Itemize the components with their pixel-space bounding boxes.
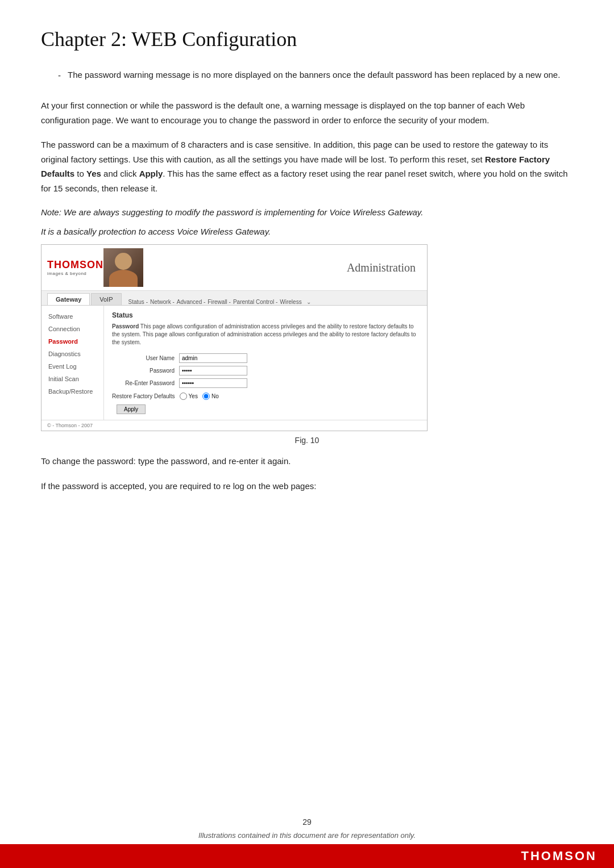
admin-sidebar: Software Connection Password Diagnostics… xyxy=(42,306,104,420)
header-logo-area: THOMSON images & beyond xyxy=(47,248,143,287)
username-row: User Name xyxy=(112,353,419,363)
bullet-dash: - xyxy=(58,69,61,82)
restore-row: Restore Factory Defaults Yes No xyxy=(112,393,419,400)
chapter-number: Chapter 2: xyxy=(41,28,127,51)
admin-ui-figure: THOMSON images & beyond Administration G… xyxy=(41,244,428,431)
bottom-bar: THOMSON xyxy=(0,844,614,868)
submenu-wireless: Wireless xyxy=(280,299,301,305)
submenu-status: Status - xyxy=(128,299,148,305)
paragraph-3: To change the password: type the passwor… xyxy=(41,454,573,469)
paragraph-1: At your first connection or while the pa… xyxy=(41,98,573,127)
admin-footer: © - Thomson - 2007 xyxy=(42,420,427,431)
admin-main: Status Password This page allows configu… xyxy=(104,306,427,420)
password-description: Password This page allows configuration … xyxy=(112,323,419,347)
page-footer: 29 Illustrations contained in this docum… xyxy=(0,812,614,868)
para2-prefix: The password can be a maximum of 8 chara… xyxy=(41,140,548,164)
chapter-title: Chapter 2: WEB Configuration xyxy=(41,27,573,51)
portrait-image xyxy=(103,248,143,287)
submenu-network: Network - xyxy=(150,299,175,305)
para2-bold3: Apply xyxy=(139,169,163,178)
dropdown-arrow-icon: ⌄ xyxy=(306,299,311,305)
sidebar-item-connection[interactable]: Connection xyxy=(42,323,103,335)
restore-yes-radio[interactable] xyxy=(180,393,187,400)
admin-nav-tabs: Gateway VoIP Status - Network - Advanced… xyxy=(42,291,427,306)
tab-gateway[interactable]: Gateway xyxy=(47,293,90,305)
restore-no-radio[interactable] xyxy=(202,393,210,400)
sidebar-item-backup[interactable]: Backup/Restore xyxy=(42,385,103,398)
admin-body: Software Connection Password Diagnostics… xyxy=(42,306,427,420)
page-number: 29 xyxy=(0,812,614,831)
reenter-input[interactable] xyxy=(179,378,247,388)
restore-label: Restore Factory Defaults xyxy=(112,393,175,399)
username-label: User Name xyxy=(112,355,175,361)
sidebar-item-eventlog[interactable]: Event Log xyxy=(42,360,103,373)
figure-caption: Fig. 10 xyxy=(41,436,573,445)
restore-no-label: No xyxy=(211,393,219,399)
bullet-text-1: The password warning message is no more … xyxy=(68,68,560,82)
bullet-section: - The password warning message is no mor… xyxy=(58,68,573,82)
paragraph-4: If the password is accepted, you are req… xyxy=(41,479,573,494)
para2-mid2: and click xyxy=(101,169,139,178)
password-desc-body: This page allows configuration of admini… xyxy=(112,331,416,345)
thomson-logo-text: THOMSON xyxy=(47,259,103,271)
para2-mid: to xyxy=(74,169,86,178)
thomson-tagline: images & beyond xyxy=(47,271,86,276)
password-input[interactable] xyxy=(179,366,247,375)
submenu-parental: Parental Control - xyxy=(233,299,277,305)
admin-submenu: Status - Network - Advanced - Firewall -… xyxy=(123,299,422,305)
password-bold-label: Password xyxy=(112,323,139,329)
admin-title: Administration xyxy=(347,261,421,274)
sidebar-item-diagnostics[interactable]: Diagnostics xyxy=(42,348,103,360)
sidebar-item-initialscan[interactable]: Initial Scan xyxy=(42,373,103,385)
sidebar-item-software[interactable]: Software xyxy=(42,310,103,323)
submenu-advanced: Advanced - xyxy=(177,299,206,305)
bottom-brand: THOMSON xyxy=(521,849,597,863)
bullet-item-1: - The password warning message is no mor… xyxy=(58,68,573,82)
admin-header: THOMSON images & beyond Administration xyxy=(42,245,427,291)
reenter-row: Re-Enter Password xyxy=(112,378,419,388)
sidebar-item-password[interactable]: Password xyxy=(42,335,103,348)
tab-voip[interactable]: VoIP xyxy=(91,293,121,305)
restore-yes-option: Yes xyxy=(180,393,198,400)
reenter-label: Re-Enter Password xyxy=(112,380,175,386)
para2-bold2: Yes xyxy=(86,169,101,178)
disclaimer-text: Illustrations contained in this document… xyxy=(0,831,614,840)
username-input[interactable] xyxy=(179,353,247,363)
password-label: Password xyxy=(112,368,175,374)
note-2: It is a basically protection to access V… xyxy=(41,225,573,239)
apply-button[interactable]: Apply xyxy=(117,404,146,414)
status-section-title: Status xyxy=(112,311,419,319)
restore-yes-label: Yes xyxy=(189,393,198,399)
note-1: Note: We are always suggesting to modify… xyxy=(41,206,573,219)
paragraph-2: The password can be a maximum of 8 chara… xyxy=(41,137,573,195)
thomson-logo: THOMSON images & beyond xyxy=(47,259,103,276)
password-row: Password xyxy=(112,366,419,375)
chapter-name: WEB Configuration xyxy=(131,28,297,51)
restore-no-option: No xyxy=(202,393,219,400)
submenu-firewall: Firewall - xyxy=(208,299,231,305)
